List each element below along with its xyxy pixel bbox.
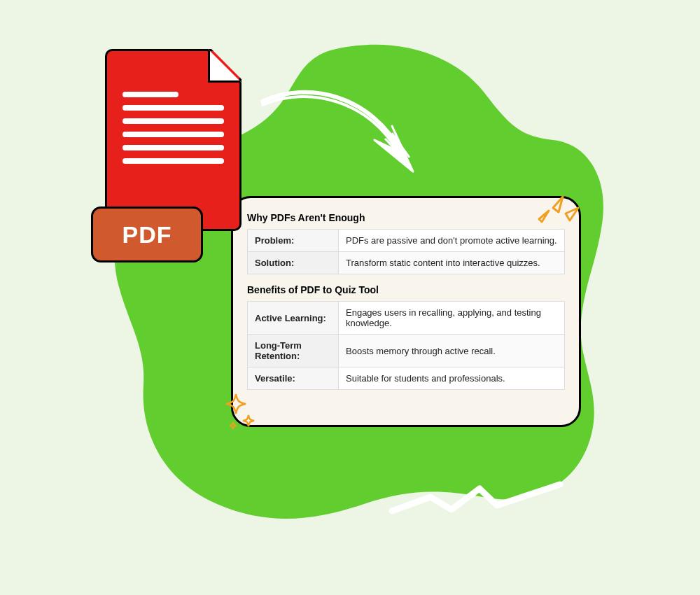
row-label: Long-Term Retention:: [248, 335, 339, 368]
table-row: Problem: PDFs are passive and don't prom…: [248, 230, 565, 252]
sparkle-accent-icon: [220, 388, 262, 438]
table-row: Long-Term Retention: Boosts memory throu…: [248, 335, 565, 368]
pdf-text-lines: [122, 92, 224, 172]
table-row: Solution: Transform static content into …: [248, 252, 565, 274]
row-value: Engages users in recalling, applying, an…: [339, 302, 565, 335]
row-label: Solution:: [248, 252, 339, 274]
pdf-badge: PDF: [91, 206, 203, 262]
section2-title: Benefits of PDF to Quiz Tool: [247, 284, 565, 295]
info-card: Why PDFs Aren't Enough Problem: PDFs are…: [231, 196, 581, 427]
section1-title: Why PDFs Aren't Enough: [247, 212, 565, 223]
burst-accent-icon: [532, 192, 581, 234]
section1-table: Problem: PDFs are passive and don't prom…: [247, 229, 565, 274]
curved-arrow-icon: [252, 84, 434, 210]
pdf-file-icon: PDF: [91, 49, 241, 287]
row-value: Transform static content into interactiv…: [339, 252, 565, 274]
table-row: Versatile: Suitable for students and pro…: [248, 368, 565, 390]
table-row: Active Learning: Engages users in recall…: [248, 302, 565, 335]
row-value: PDFs are passive and don't promote activ…: [339, 230, 565, 252]
row-label: Active Learning:: [248, 302, 339, 335]
row-value: Boosts memory through active recall.: [339, 335, 565, 368]
row-label: Versatile:: [248, 368, 339, 390]
row-value: Suitable for students and professionals.: [339, 368, 565, 390]
section2-table: Active Learning: Engages users in recall…: [247, 301, 565, 390]
row-label: Problem:: [248, 230, 339, 252]
squiggle-line-icon: [385, 476, 567, 532]
pdf-page-body: [105, 49, 241, 231]
